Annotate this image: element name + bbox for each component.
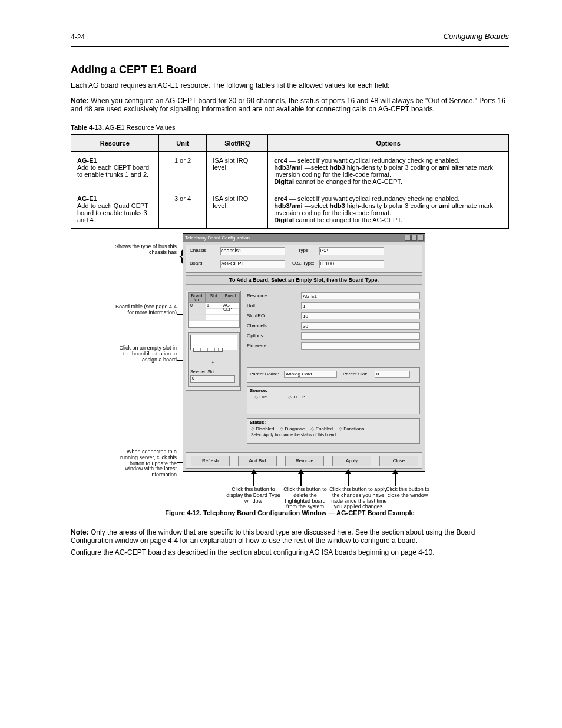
minimize-icon[interactable] xyxy=(405,235,411,241)
cell: 0 xyxy=(189,303,206,308)
window-titlebar: Telephony Board Configuration xyxy=(183,234,425,242)
parent-board-label: Parent Board: xyxy=(250,371,279,377)
th-resource: Resource xyxy=(71,134,159,151)
table-caption: Table 4-13. AG-E1 Resource Values xyxy=(71,124,509,131)
channels-value[interactable]: 30 xyxy=(301,322,420,330)
radio-disabled[interactable]: Disabled xyxy=(251,426,274,431)
right-column: Resource:AG-E1 Unit:1 Slot/IRQ:10 Channe… xyxy=(244,291,422,450)
ostype-value: H.100 xyxy=(319,260,384,268)
section-note: Note: When you configure an AG-CEPT boar… xyxy=(71,97,509,113)
table-caption-text: AG-E1 Resource Values xyxy=(105,124,176,131)
status-message: Select Apply to change the status of thi… xyxy=(247,431,419,438)
left-column: Board No. Slot Board 01AG-CEPT ↑ xyxy=(186,291,241,391)
td-unit: 3 or 4 xyxy=(158,190,207,228)
board-label: Board: xyxy=(190,261,204,266)
after-figure-block: Note: Only the areas of the window that … xyxy=(71,528,509,556)
window-title: Telephony Board Configuration xyxy=(185,235,250,241)
radio-tftp[interactable]: TFTP xyxy=(288,394,305,400)
close-icon[interactable] xyxy=(418,235,424,241)
unit-label: Unit: xyxy=(247,303,301,308)
apply-button[interactable]: Apply xyxy=(332,456,371,466)
figure: Shows the type of bus this chassis has {… xyxy=(125,233,455,505)
section-body: Each AG board requires an AG-E1 resource… xyxy=(71,81,509,91)
radio-functional[interactable]: Functional xyxy=(339,426,365,431)
add-board-button[interactable]: Add Brd xyxy=(238,456,277,466)
td-resource: AG-E1Add to each CEPT board to enable tr… xyxy=(71,151,159,190)
type-label: Type: xyxy=(298,248,310,253)
callout-apply: Click this button to apply the changes y… xyxy=(329,487,388,510)
resource-value[interactable]: AG-E1 xyxy=(301,292,420,299)
close-button[interactable]: Close xyxy=(379,456,418,466)
arrow-head-icon xyxy=(251,469,257,474)
slot-value[interactable]: 10 xyxy=(301,312,420,319)
col-slot: Slot xyxy=(206,293,223,302)
parent-slot-value[interactable]: 0 xyxy=(375,371,410,378)
info-panel: Chassis: chassis1 Type: ISA Board: AG-CE… xyxy=(186,245,422,273)
callout-close: Click this button to close the window xyxy=(384,487,431,499)
board-value: AG-CEPT xyxy=(220,260,285,268)
note-label: Note: xyxy=(71,97,89,105)
firmware-value[interactable] xyxy=(301,342,420,350)
col-board: Board xyxy=(222,293,239,302)
callout-add: Click this button to display the Board T… xyxy=(225,487,282,505)
table-row: AG-E1Add to each Quad CEPT board to enab… xyxy=(71,190,509,228)
figure-caption: Figure 4-12. Telephony Board Configurati… xyxy=(71,509,509,516)
status-title: Status: xyxy=(247,419,419,426)
resource-fields: Resource:AG-E1 Unit:1 Slot/IRQ:10 Channe… xyxy=(247,292,420,352)
selected-slot-value[interactable]: 0 xyxy=(190,375,235,383)
unit-value[interactable]: 1 xyxy=(301,302,420,309)
callout-brace: Shows the type of bus this chassis has xyxy=(114,244,177,256)
remove-button[interactable]: Remove xyxy=(285,456,324,466)
selected-slot-label: Selected Slot: xyxy=(190,370,216,374)
callout-remove: Click this button to delete the highligh… xyxy=(282,487,329,510)
th-unit: Unit xyxy=(158,134,207,151)
td-slot: ISA slot IRQ level. xyxy=(207,151,268,190)
arrow-head-icon xyxy=(345,469,351,474)
header-rule xyxy=(71,46,509,47)
source-panel: Source: File TFTP xyxy=(247,386,420,414)
refresh-button[interactable]: Refresh xyxy=(191,456,230,466)
chassis-value: chassis1 xyxy=(220,247,285,255)
parent-board-value[interactable]: Analog Card xyxy=(284,371,337,378)
note-text: When you configure an AG-CEPT board for … xyxy=(71,97,505,113)
slot-label: Slot/IRQ: xyxy=(247,313,301,318)
table-caption-label: Table 4-13. xyxy=(71,124,104,131)
radio-enabled[interactable]: Enabled xyxy=(310,426,333,431)
board-illustration[interactable]: ↑ Selected Slot: 0 xyxy=(188,332,240,387)
callout-refresh: When connected to a running server, clic… xyxy=(114,449,177,478)
options-value[interactable] xyxy=(301,332,420,340)
after-p2: Configure the AG-CEPT board as described… xyxy=(71,548,509,556)
page-number: 4-24 xyxy=(71,33,85,41)
chassis-label: Chassis: xyxy=(190,248,208,253)
parent-slot-label: Parent Slot: xyxy=(343,371,368,377)
radio-file[interactable]: File xyxy=(254,394,267,400)
table-row: AG-E1Add to each CEPT board to enable tr… xyxy=(71,151,509,190)
status-panel: Status: Disabled Diagnose Enabled Functi… xyxy=(247,418,420,444)
td-resource: AG-E1Add to each Quad CEPT board to enab… xyxy=(71,190,159,228)
up-arrow-icon: ↑ xyxy=(211,359,214,367)
td-slot: ISA slot IRQ level. xyxy=(207,190,268,228)
config-window: Telephony Board Configuration Chassis: c… xyxy=(183,233,425,472)
firmware-label: Firmware: xyxy=(247,343,301,348)
pcb-icon[interactable] xyxy=(190,335,237,350)
callout-table: Board table (see page 4-4 for more infor… xyxy=(114,304,177,316)
options-label: Options: xyxy=(247,333,301,338)
button-bar: Refresh Add Brd Remove Apply Close xyxy=(186,452,422,469)
parent-panel: Parent Board: Analog Card Parent Slot: 0 xyxy=(247,367,420,383)
maximize-icon[interactable] xyxy=(411,235,417,241)
after-note-label: Note: xyxy=(71,528,89,536)
th-options: Options xyxy=(268,134,509,151)
ostype-label: O.S. Type: xyxy=(292,261,315,266)
radio-diagnose[interactable]: Diagnose xyxy=(280,426,305,431)
figure-caption-label: Figure 4-12. xyxy=(165,509,201,516)
chapter-title: Configuring Boards xyxy=(444,32,509,41)
cell: AG-CEPT xyxy=(222,303,239,308)
source-title: Source: xyxy=(247,387,419,394)
cell: 1 xyxy=(206,303,222,308)
resource-label: Resource: xyxy=(247,293,301,298)
col-boardno: Board No. xyxy=(189,293,206,302)
board-table[interactable]: Board No. Slot Board 01AG-CEPT xyxy=(188,292,240,328)
after-note-text: Only the areas of the window that are sp… xyxy=(71,528,475,545)
instruction-bar: To Add a Board, Select an Empty Slot, th… xyxy=(186,275,422,285)
type-value: ISA xyxy=(319,247,384,255)
